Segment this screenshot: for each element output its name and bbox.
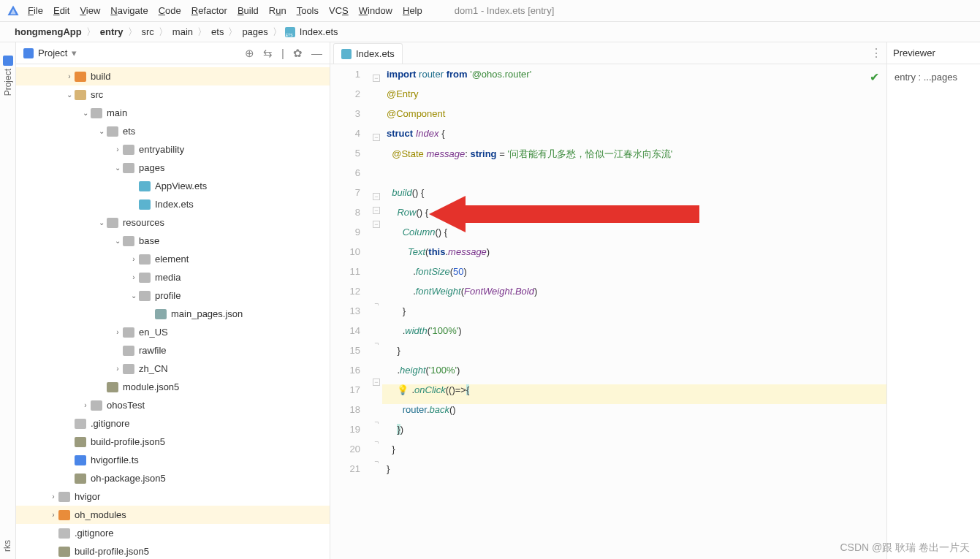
code-line[interactable]: Text(this.message): [382, 246, 886, 266]
code-area[interactable]: import router from '@ohos.router'@Entry@…: [382, 64, 886, 559]
chevron-right-icon[interactable]: ›: [48, 493, 58, 501]
tree-row[interactable]: Index.ets: [16, 195, 330, 213]
tree-row[interactable]: ⌄base: [16, 232, 330, 250]
kebab-icon[interactable]: ⋮: [870, 46, 882, 60]
tree-row[interactable]: ⌄main: [16, 104, 330, 122]
bookmarks-tool-label[interactable]: rks: [2, 540, 12, 552]
code-line[interactable]: 💡.onClick(()=>{: [382, 384, 886, 404]
chevron-down-icon[interactable]: ⌄: [96, 127, 107, 135]
code-line[interactable]: .width('100%'): [382, 325, 886, 345]
tree-row[interactable]: main_pages.json: [16, 305, 330, 323]
project-tree[interactable]: ›build⌄src⌄main⌄ets›entryability⌄pagesAp…: [16, 64, 330, 559]
chevron-right-icon[interactable]: ›: [113, 365, 123, 373]
code-line[interactable]: @State message: string = '问君能有几多愁，恰似一江春水…: [382, 148, 886, 167]
locate-icon[interactable]: ⊕: [245, 47, 254, 60]
code-line[interactable]: struct Index {: [382, 128, 886, 148]
hide-icon[interactable]: —: [311, 47, 322, 59]
tree-row[interactable]: oh-package.json5: [16, 469, 330, 487]
crumb-main[interactable]: main: [171, 26, 194, 37]
editor-tab-index[interactable]: Index.ets: [333, 43, 403, 64]
ets-file-icon: [285, 27, 295, 37]
chevron-right-icon[interactable]: ›: [64, 72, 75, 80]
code-line[interactable]: @Entry: [382, 88, 886, 108]
tree-row[interactable]: ⌄pages: [16, 159, 330, 177]
chevron-down-icon[interactable]: ⌄: [64, 91, 75, 99]
code-line[interactable]: }: [382, 305, 886, 325]
chevron-right-icon[interactable]: ›: [80, 401, 91, 409]
crumb-ets[interactable]: ets: [210, 26, 225, 37]
tree-row[interactable]: ›media: [16, 268, 330, 286]
crumb-root[interactable]: hongmengApp: [13, 26, 83, 37]
gear-icon[interactable]: ✿: [293, 47, 303, 60]
code-line[interactable]: .fontSize(50): [382, 266, 886, 286]
code-line[interactable]: @Component: [382, 108, 886, 128]
tree-row[interactable]: ›entryability: [16, 140, 330, 159]
code-line[interactable]: .height('100%'): [382, 365, 886, 384]
tree-row[interactable]: ›hvigor: [16, 487, 330, 506]
fold-strip[interactable]: −−−−−⌐⌐−⌐⌐⌐: [371, 64, 382, 559]
code-line[interactable]: }: [382, 444, 886, 463]
code-line[interactable]: build() {: [382, 187, 886, 207]
tree-row[interactable]: ›element: [16, 250, 330, 268]
menu-tools[interactable]: Tools: [297, 5, 319, 16]
crumb-src[interactable]: src: [140, 26, 156, 37]
tree-row[interactable]: ⌄resources: [16, 213, 330, 232]
code-line[interactable]: [382, 167, 886, 187]
crumb-entry[interactable]: entry: [99, 26, 125, 37]
code-line[interactable]: import router from '@ohos.router': [382, 69, 886, 88]
chevron-right-icon[interactable]: ›: [48, 511, 58, 519]
tree-row[interactable]: ›build: [16, 67, 330, 85]
code-line[interactable]: router.back(): [382, 404, 886, 424]
chevron-down-icon[interactable]: ⌄: [80, 109, 91, 117]
crumb-pages[interactable]: pages: [240, 26, 269, 37]
tree-row[interactable]: rawfile: [16, 341, 330, 360]
editor-body[interactable]: ✔ 123456789101112131415161718192021 −−−−…: [330, 64, 886, 559]
chevron-down-icon[interactable]: ▾: [72, 47, 77, 58]
tree-row[interactable]: build-profile.json5: [16, 433, 330, 451]
menu-run[interactable]: Run: [269, 5, 286, 16]
tree-row[interactable]: .gitignore: [16, 524, 330, 542]
tree-row[interactable]: ›oh_modules: [16, 506, 330, 524]
chevron-right-icon[interactable]: ›: [113, 328, 123, 336]
tree-row[interactable]: build-profile.json5: [16, 542, 330, 559]
chevron-down-icon[interactable]: ⌄: [96, 218, 107, 227]
chevron-down-icon[interactable]: ⌄: [113, 164, 123, 172]
menu-view[interactable]: View: [80, 5, 100, 16]
tree-row[interactable]: ⌄ets: [16, 122, 330, 140]
menu-code[interactable]: Code: [159, 5, 181, 16]
tree-row[interactable]: ›ohosTest: [16, 396, 330, 414]
menu-file[interactable]: File: [28, 5, 43, 16]
project-tool-icon[interactable]: [3, 56, 13, 66]
menu-window[interactable]: Window: [359, 5, 392, 16]
code-line[interactable]: }: [382, 463, 886, 483]
project-tool-label[interactable]: Project: [3, 69, 13, 96]
tree-row[interactable]: hvigorfile.ts: [16, 451, 330, 469]
tree-row[interactable]: ⌄profile: [16, 286, 330, 305]
chevron-right-icon[interactable]: ›: [113, 145, 123, 153]
expand-icon[interactable]: ⇆: [263, 47, 273, 60]
menu-navigate[interactable]: Navigate: [110, 5, 148, 16]
menu-refactor[interactable]: Refactor: [191, 5, 227, 16]
chevron-down-icon[interactable]: ⌄: [113, 237, 123, 245]
tree-row[interactable]: ›en_US: [16, 323, 330, 341]
code-line[interactable]: Column() {: [382, 227, 886, 246]
menu-help[interactable]: Help: [403, 5, 422, 16]
code-line[interactable]: }): [382, 424, 886, 444]
code-line[interactable]: Row() {: [382, 207, 886, 227]
crumb-file[interactable]: Index.ets: [298, 26, 340, 37]
tree-row[interactable]: AppView.ets: [16, 177, 330, 195]
tree-row[interactable]: ›zh_CN: [16, 360, 330, 378]
project-view-label[interactable]: Project: [38, 47, 67, 58]
tree-row[interactable]: module.json5: [16, 378, 330, 396]
chevron-right-icon[interactable]: ›: [129, 273, 139, 281]
code-line[interactable]: }: [382, 345, 886, 365]
chevron-right-icon[interactable]: ›: [129, 255, 139, 263]
tree-row[interactable]: .gitignore: [16, 414, 330, 433]
menu-build[interactable]: Build: [238, 5, 259, 16]
menu-vcs[interactable]: VCS: [329, 5, 349, 16]
code-line[interactable]: .fontWeight(FontWeight.Bold): [382, 286, 886, 305]
chevron-down-icon[interactable]: ⌄: [129, 292, 139, 300]
previewer-header[interactable]: Previewer: [887, 42, 980, 64]
tree-row[interactable]: ⌄src: [16, 85, 330, 104]
menu-edit[interactable]: Edit: [53, 5, 69, 16]
